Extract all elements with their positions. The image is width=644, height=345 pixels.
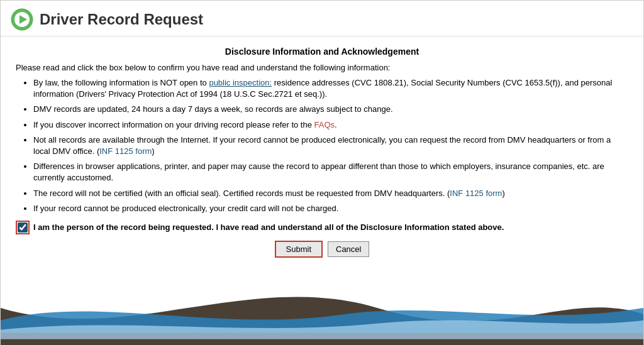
page-title: Driver Record Request bbox=[40, 11, 203, 28]
inf1125-link-2[interactable]: INF 1125 form bbox=[450, 189, 502, 198]
faqs-link[interactable]: FAQs bbox=[314, 120, 335, 129]
page-wrapper: Driver Record Request Disclosure Informa… bbox=[0, 0, 644, 345]
button-row: Submit Cancel bbox=[16, 241, 628, 258]
disclosure-title: Disclosure Information and Acknowledgeme… bbox=[16, 47, 628, 57]
checkbox-label[interactable]: I am the person of the record being requ… bbox=[33, 222, 504, 232]
inf1125-link-1[interactable]: INF 1125 form bbox=[99, 146, 152, 156]
header: Driver Record Request bbox=[1, 1, 643, 36]
list-item: DMV records are updated, 24 hours a day … bbox=[33, 104, 628, 115]
cancel-button[interactable]: Cancel bbox=[328, 241, 369, 257]
list-item: The record will not be certified (with a… bbox=[33, 188, 628, 199]
list-item: Differences in browser applications, pri… bbox=[33, 161, 628, 183]
checkbox-wrapper bbox=[16, 221, 30, 234]
go-icon bbox=[11, 8, 33, 31]
wave-decoration bbox=[1, 270, 643, 345]
list-item: Not all records are available through th… bbox=[33, 134, 628, 157]
list-item: By law, the following information is NOT… bbox=[33, 77, 628, 100]
submit-button[interactable]: Submit bbox=[275, 241, 323, 258]
intro-text: Please read and click the box below to c… bbox=[16, 63, 628, 72]
bullet-list: By law, the following information is NOT… bbox=[16, 77, 628, 214]
main-content: Disclosure Information and Acknowledgeme… bbox=[1, 36, 643, 270]
public-inspection-link[interactable]: public inspection: bbox=[209, 78, 272, 87]
list-item: If you discover incorrect information on… bbox=[33, 119, 628, 131]
acknowledgement-row: I am the person of the record being requ… bbox=[16, 221, 628, 234]
disclosure-checkbox[interactable] bbox=[18, 222, 28, 233]
list-item: If your record cannot be produced electr… bbox=[33, 203, 628, 214]
